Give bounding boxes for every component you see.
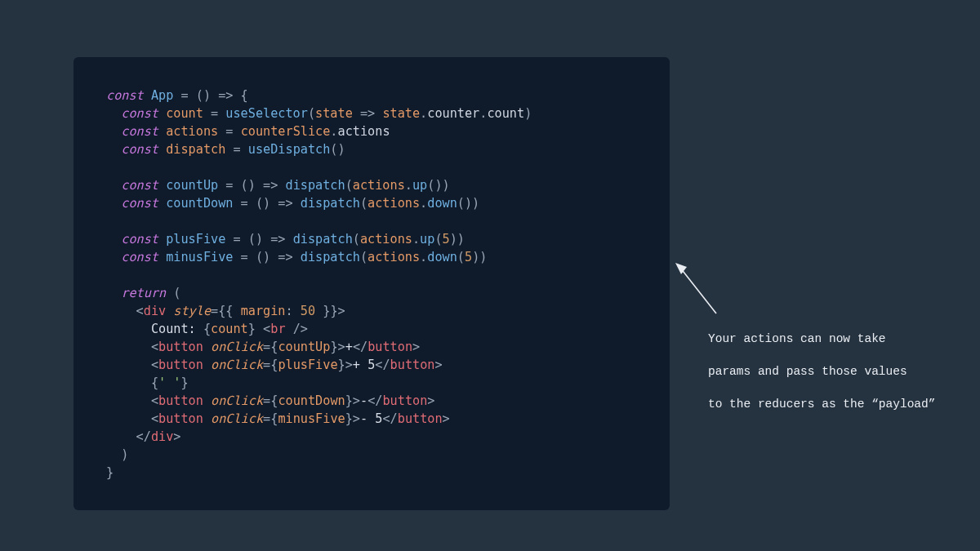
- annotation-line: Your actions can now take: [708, 332, 886, 345]
- annotation-line: params and pass those values: [708, 365, 907, 378]
- arrow-icon: [675, 263, 724, 320]
- annotation-text: Your actions can now take params and pas…: [708, 314, 961, 412]
- identifier-app: App: [151, 88, 173, 103]
- svg-line-0: [680, 268, 716, 313]
- code-block: const App = () => { const count = useSel…: [106, 87, 637, 482]
- annotation-line: to the reducers as the “payload”: [708, 398, 935, 411]
- svg-marker-1: [675, 263, 687, 274]
- keyword-const: const: [106, 88, 144, 103]
- code-panel: const App = () => { const count = useSel…: [74, 57, 670, 510]
